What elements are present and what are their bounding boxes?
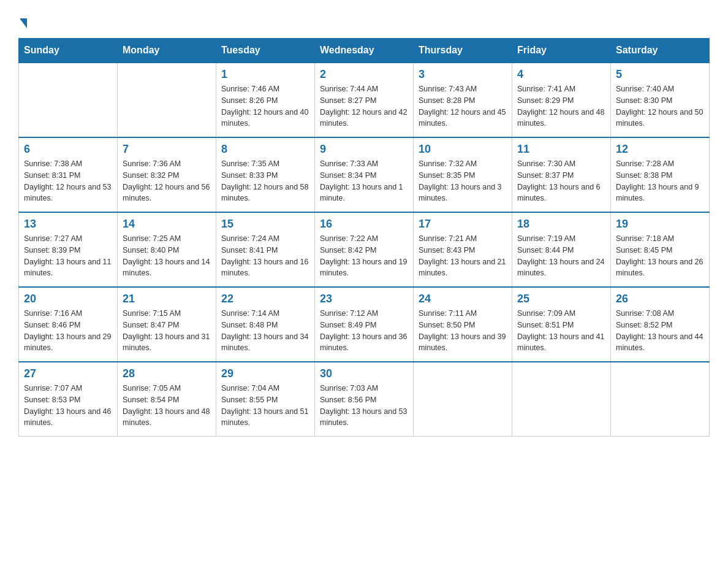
- calendar-cell: 5Sunrise: 7:40 AMSunset: 8:30 PMDaylight…: [611, 63, 710, 137]
- day-info: Sunrise: 7:09 AMSunset: 8:51 PMDaylight:…: [517, 308, 605, 354]
- day-number: 6: [24, 143, 112, 156]
- day-info: Sunrise: 7:15 AMSunset: 8:47 PMDaylight:…: [123, 308, 211, 354]
- day-number: 28: [123, 367, 211, 380]
- day-number: 23: [320, 293, 408, 305]
- day-number: 18: [517, 218, 605, 231]
- day-info: Sunrise: 7:44 AMSunset: 8:27 PMDaylight:…: [320, 83, 408, 129]
- day-number: 14: [123, 218, 211, 231]
- calendar-body: 1Sunrise: 7:46 AMSunset: 8:26 PMDaylight…: [19, 63, 710, 437]
- day-info: Sunrise: 7:35 AMSunset: 8:33 PMDaylight:…: [221, 158, 309, 204]
- calendar-cell: 24Sunrise: 7:11 AMSunset: 8:50 PMDayligh…: [414, 287, 512, 362]
- day-number: 16: [320, 218, 408, 231]
- calendar-cell: 9Sunrise: 7:33 AMSunset: 8:34 PMDaylight…: [315, 137, 414, 212]
- calendar-cell: 23Sunrise: 7:12 AMSunset: 8:49 PMDayligh…: [315, 287, 414, 362]
- day-number: 5: [616, 68, 704, 81]
- calendar-week-1: 1Sunrise: 7:46 AMSunset: 8:26 PMDaylight…: [19, 63, 710, 137]
- calendar-week-3: 13Sunrise: 7:27 AMSunset: 8:39 PMDayligh…: [19, 212, 710, 287]
- calendar-cell: [414, 362, 512, 437]
- calendar-week-4: 20Sunrise: 7:16 AMSunset: 8:46 PMDayligh…: [19, 287, 710, 362]
- day-info: Sunrise: 7:38 AMSunset: 8:31 PMDaylight:…: [24, 158, 112, 204]
- day-info: Sunrise: 7:33 AMSunset: 8:34 PMDaylight:…: [320, 158, 408, 204]
- calendar-cell: 22Sunrise: 7:14 AMSunset: 8:48 PMDayligh…: [216, 287, 315, 362]
- weekday-header-tuesday: Tuesday: [216, 39, 315, 63]
- calendar-cell: 11Sunrise: 7:30 AMSunset: 8:37 PMDayligh…: [512, 137, 611, 212]
- calendar-cell: 20Sunrise: 7:16 AMSunset: 8:46 PMDayligh…: [19, 287, 118, 362]
- calendar-cell: 19Sunrise: 7:18 AMSunset: 8:45 PMDayligh…: [611, 212, 710, 287]
- weekday-header-thursday: Thursday: [414, 39, 512, 63]
- day-info: Sunrise: 7:25 AMSunset: 8:40 PMDaylight:…: [123, 233, 211, 279]
- day-info: Sunrise: 7:08 AMSunset: 8:52 PMDaylight:…: [616, 308, 704, 354]
- day-info: Sunrise: 7:32 AMSunset: 8:35 PMDaylight:…: [419, 158, 507, 204]
- day-number: 4: [517, 68, 605, 81]
- calendar-cell: 30Sunrise: 7:03 AMSunset: 8:56 PMDayligh…: [315, 362, 414, 437]
- day-info: Sunrise: 7:04 AMSunset: 8:55 PMDaylight:…: [221, 383, 309, 429]
- day-number: 13: [24, 218, 112, 231]
- calendar-cell: [118, 63, 216, 137]
- calendar-cell: 1Sunrise: 7:46 AMSunset: 8:26 PMDaylight…: [216, 63, 315, 137]
- weekday-header-saturday: Saturday: [611, 39, 710, 63]
- day-number: 10: [419, 143, 507, 156]
- day-info: Sunrise: 7:21 AMSunset: 8:43 PMDaylight:…: [419, 233, 507, 279]
- calendar-cell: 8Sunrise: 7:35 AMSunset: 8:33 PMDaylight…: [216, 137, 315, 212]
- logo: [18, 12, 27, 32]
- day-number: 25: [517, 293, 605, 305]
- weekday-header-sunday: Sunday: [19, 39, 118, 63]
- day-info: Sunrise: 7:11 AMSunset: 8:50 PMDaylight:…: [419, 308, 507, 354]
- day-info: Sunrise: 7:14 AMSunset: 8:48 PMDaylight:…: [221, 308, 309, 354]
- page-header: [18, 12, 710, 32]
- calendar-cell: [611, 362, 710, 437]
- weekday-header-monday: Monday: [118, 39, 216, 63]
- day-info: Sunrise: 7:27 AMSunset: 8:39 PMDaylight:…: [24, 233, 112, 279]
- day-info: Sunrise: 7:16 AMSunset: 8:46 PMDaylight:…: [24, 308, 112, 354]
- day-info: Sunrise: 7:43 AMSunset: 8:28 PMDaylight:…: [419, 83, 507, 129]
- calendar-cell: 18Sunrise: 7:19 AMSunset: 8:44 PMDayligh…: [512, 212, 611, 287]
- day-number: 3: [419, 68, 507, 81]
- day-info: Sunrise: 7:41 AMSunset: 8:29 PMDaylight:…: [517, 83, 605, 129]
- day-info: Sunrise: 7:46 AMSunset: 8:26 PMDaylight:…: [221, 83, 309, 129]
- calendar-cell: 14Sunrise: 7:25 AMSunset: 8:40 PMDayligh…: [118, 212, 216, 287]
- calendar-cell: 17Sunrise: 7:21 AMSunset: 8:43 PMDayligh…: [414, 212, 512, 287]
- weekday-header-wednesday: Wednesday: [315, 39, 414, 63]
- calendar-cell: 21Sunrise: 7:15 AMSunset: 8:47 PMDayligh…: [118, 287, 216, 362]
- day-number: 17: [419, 218, 507, 231]
- logo-arrow-icon: [20, 18, 27, 28]
- calendar-header: SundayMondayTuesdayWednesdayThursdayFrid…: [19, 39, 710, 63]
- calendar-cell: 12Sunrise: 7:28 AMSunset: 8:38 PMDayligh…: [611, 137, 710, 212]
- calendar-cell: 6Sunrise: 7:38 AMSunset: 8:31 PMDaylight…: [19, 137, 118, 212]
- weekday-header-row: SundayMondayTuesdayWednesdayThursdayFrid…: [19, 39, 710, 63]
- day-number: 30: [320, 367, 408, 380]
- day-number: 26: [616, 293, 704, 305]
- calendar-cell: [19, 63, 118, 137]
- day-number: 19: [616, 218, 704, 231]
- day-info: Sunrise: 7:30 AMSunset: 8:37 PMDaylight:…: [517, 158, 605, 204]
- day-info: Sunrise: 7:36 AMSunset: 8:32 PMDaylight:…: [123, 158, 211, 204]
- day-number: 7: [123, 143, 211, 156]
- day-number: 21: [123, 293, 211, 305]
- day-info: Sunrise: 7:22 AMSunset: 8:42 PMDaylight:…: [320, 233, 408, 279]
- calendar-cell: 29Sunrise: 7:04 AMSunset: 8:55 PMDayligh…: [216, 362, 315, 437]
- day-number: 29: [221, 367, 309, 380]
- calendar-cell: 25Sunrise: 7:09 AMSunset: 8:51 PMDayligh…: [512, 287, 611, 362]
- calendar-cell: 16Sunrise: 7:22 AMSunset: 8:42 PMDayligh…: [315, 212, 414, 287]
- calendar-cell: 26Sunrise: 7:08 AMSunset: 8:52 PMDayligh…: [611, 287, 710, 362]
- day-number: 8: [221, 143, 309, 156]
- day-number: 2: [320, 68, 408, 81]
- calendar-cell: 15Sunrise: 7:24 AMSunset: 8:41 PMDayligh…: [216, 212, 315, 287]
- calendar-cell: 28Sunrise: 7:05 AMSunset: 8:54 PMDayligh…: [118, 362, 216, 437]
- calendar-cell: 27Sunrise: 7:07 AMSunset: 8:53 PMDayligh…: [19, 362, 118, 437]
- calendar-cell: 10Sunrise: 7:32 AMSunset: 8:35 PMDayligh…: [414, 137, 512, 212]
- calendar-cell: 7Sunrise: 7:36 AMSunset: 8:32 PMDaylight…: [118, 137, 216, 212]
- day-info: Sunrise: 7:28 AMSunset: 8:38 PMDaylight:…: [616, 158, 704, 204]
- day-info: Sunrise: 7:12 AMSunset: 8:49 PMDaylight:…: [320, 308, 408, 354]
- day-info: Sunrise: 7:05 AMSunset: 8:54 PMDaylight:…: [123, 383, 211, 429]
- calendar-table: SundayMondayTuesdayWednesdayThursdayFrid…: [18, 38, 710, 437]
- day-number: 11: [517, 143, 605, 156]
- calendar-week-5: 27Sunrise: 7:07 AMSunset: 8:53 PMDayligh…: [19, 362, 710, 437]
- calendar-cell: [512, 362, 611, 437]
- day-number: 24: [419, 293, 507, 305]
- day-number: 27: [24, 367, 112, 380]
- day-info: Sunrise: 7:40 AMSunset: 8:30 PMDaylight:…: [616, 83, 704, 129]
- day-info: Sunrise: 7:03 AMSunset: 8:56 PMDaylight:…: [320, 383, 408, 429]
- calendar-cell: 2Sunrise: 7:44 AMSunset: 8:27 PMDaylight…: [315, 63, 414, 137]
- day-info: Sunrise: 7:18 AMSunset: 8:45 PMDaylight:…: [616, 233, 704, 279]
